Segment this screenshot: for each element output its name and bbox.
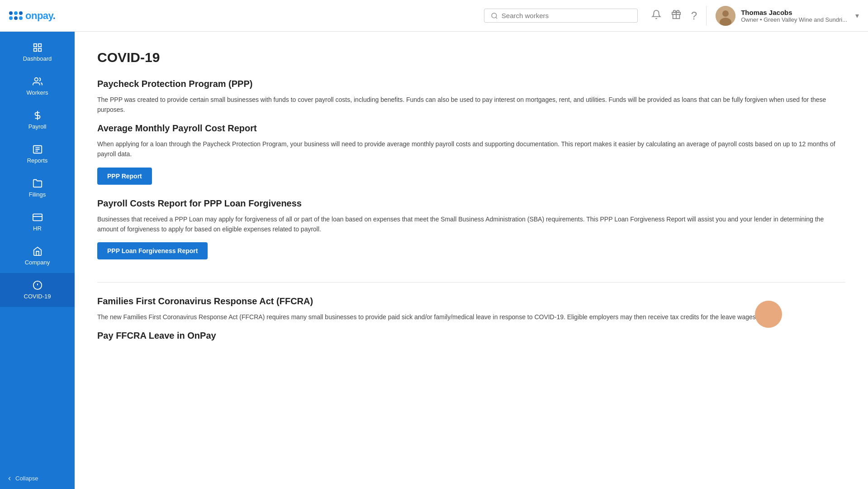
avg-monthly-title: Average Monthly Payroll Cost Report: [97, 123, 845, 134]
user-role: Owner • Green Valley Wine and Sundri...: [741, 16, 847, 23]
payroll-icon: [33, 110, 43, 120]
top-navigation: onpay. ?: [0, 0, 868, 32]
user-name: Thomas Jacobs: [741, 9, 847, 16]
sidebar-item-filings[interactable]: Filings: [0, 171, 75, 205]
ffcra-title: Families First Coronavirus Response Act …: [97, 296, 845, 307]
logo[interactable]: onpay.: [9, 10, 55, 22]
section-divider: [97, 282, 845, 283]
topnav-icons: ?: [651, 10, 697, 22]
ppp-report-button[interactable]: PPP Report: [97, 168, 152, 185]
notifications-icon[interactable]: [651, 10, 661, 22]
sidebar-label-company: Company: [25, 259, 50, 266]
svg-point-5: [722, 10, 729, 17]
sidebar-label-payroll: Payroll: [28, 123, 47, 130]
collapse-label: Collapse: [15, 475, 38, 482]
workers-icon: [33, 77, 43, 86]
chevron-down-icon: ▾: [855, 11, 859, 20]
loan-forgiveness-body: Businesses that received a PPP Loan may …: [97, 214, 845, 235]
avatar: [716, 6, 735, 26]
collapse-icon: [6, 475, 13, 482]
svg-rect-8: [38, 44, 41, 47]
gift-icon[interactable]: [671, 10, 681, 22]
user-section[interactable]: Thomas Jacobs Owner • Green Valley Wine …: [706, 6, 859, 26]
pay-ffcra-title: Pay FFCRA Leave in OnPay: [97, 331, 845, 341]
sidebar-label-covid19: COVID-19: [24, 293, 51, 300]
sidebar-collapse[interactable]: Collapse: [0, 468, 75, 489]
sidebar-label-dashboard: Dashboard: [23, 55, 52, 62]
decorative-bubble: [755, 301, 782, 328]
svg-point-0: [492, 13, 497, 18]
logo-text: onpay.: [25, 10, 55, 22]
sidebar-item-payroll[interactable]: Payroll: [0, 103, 75, 137]
sidebar-label-filings: Filings: [29, 191, 46, 198]
search-icon: [491, 12, 498, 19]
svg-rect-10: [38, 48, 41, 51]
help-icon[interactable]: ?: [691, 10, 697, 22]
company-icon: [33, 246, 43, 256]
sidebar-item-workers[interactable]: Workers: [0, 69, 75, 103]
hr-icon: [33, 212, 43, 222]
filings-icon: [33, 178, 43, 188]
reports-icon: [33, 144, 43, 154]
covid19-icon: [33, 280, 43, 290]
svg-line-1: [496, 17, 497, 19]
sidebar-item-company[interactable]: Company: [0, 239, 75, 273]
loan-forgiveness-title: Payroll Costs Report for PPP Loan Forgiv…: [97, 198, 845, 209]
sidebar-item-covid19[interactable]: COVID-19: [0, 273, 75, 307]
sidebar: Dashboard Workers Payroll: [0, 32, 75, 489]
page-title: COVID-19: [97, 50, 845, 65]
svg-point-11: [34, 78, 38, 81]
ppp-title: Paycheck Protection Program (PPP): [97, 79, 845, 89]
logo-icon: [9, 11, 23, 20]
ppp-body: The PPP was created to provide certain s…: [97, 95, 845, 115]
layout: Dashboard Workers Payroll: [0, 32, 868, 489]
dashboard-icon: [33, 43, 43, 53]
ffcra-section: Families First Coronavirus Response Act …: [97, 296, 845, 322]
svg-rect-7: [33, 44, 36, 47]
svg-rect-9: [33, 48, 36, 51]
ffcra-body: The new Families First Coronavirus Respo…: [97, 312, 845, 322]
sidebar-label-workers: Workers: [26, 89, 48, 96]
avatar-image: [716, 6, 735, 26]
search-bar[interactable]: [484, 9, 638, 23]
svg-rect-17: [33, 214, 42, 221]
sidebar-label-hr: HR: [33, 225, 42, 232]
ppp-loan-forgiveness-button[interactable]: PPP Loan Forgiveness Report: [97, 242, 208, 259]
main-content: COVID-19 Paycheck Protection Program (PP…: [75, 32, 868, 489]
user-info: Thomas Jacobs Owner • Green Valley Wine …: [741, 9, 847, 23]
sidebar-item-reports[interactable]: Reports: [0, 137, 75, 171]
sidebar-item-hr[interactable]: HR: [0, 205, 75, 239]
search-input[interactable]: [502, 12, 631, 19]
sidebar-label-reports: Reports: [27, 157, 48, 164]
sidebar-item-dashboard[interactable]: Dashboard: [0, 35, 75, 69]
avg-monthly-body: When applying for a loan through the Pay…: [97, 139, 845, 159]
